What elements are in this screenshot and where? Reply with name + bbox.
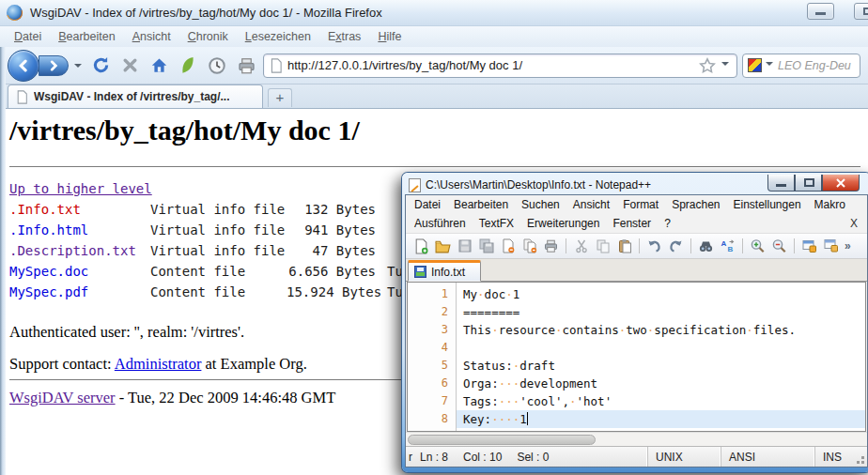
browser-tab[interactable]: WsgiDAV - Index of /virtres/by_tag/... [8, 84, 263, 108]
engine-dropdown[interactable] [766, 62, 773, 69]
file-link[interactable]: MySpec.pdf [9, 282, 150, 302]
maximize-button[interactable] [854, 3, 868, 20]
stop-button[interactable] [117, 54, 142, 78]
back-icon [17, 59, 30, 72]
sync-scroll-horizontal-button[interactable] [821, 237, 841, 256]
menu-format[interactable]: Format [616, 196, 665, 213]
address-bar[interactable]: http://127.0.0.1/virtres/by_tag/hot/My d… [263, 54, 737, 78]
new-tab-button[interactable]: + [268, 88, 292, 107]
document-tab[interactable]: Info.txt [408, 260, 481, 282]
toolbar-separator [690, 238, 691, 253]
menu-bearbeiten[interactable]: Bearbeiten [447, 196, 515, 213]
nav-history-dropdown[interactable] [74, 64, 82, 71]
notepad-window-title: C:\Users\Martin\Desktop\Info.txt - Notep… [426, 178, 651, 192]
text-editor[interactable]: 12345678 My·doc·1========This·resource·c… [407, 282, 866, 432]
menu-fenster[interactable]: Fenster [606, 215, 658, 232]
leaf-addon-button[interactable] [176, 54, 200, 78]
support-prefix: Support contact: [9, 355, 115, 373]
copy-button[interactable] [593, 237, 612, 256]
menu-datei[interactable]: Datei [6, 28, 50, 45]
status-selection: Sel : 0 [517, 451, 549, 464]
menu-sprachen[interactable]: Sprachen [665, 196, 726, 213]
back-button[interactable] [8, 50, 39, 82]
server-date: - Tue, 22 Dec 2009 14:46:48 GMT [116, 389, 336, 406]
replace-button[interactable]: AB [718, 237, 737, 256]
firefox-logo-icon [7, 5, 23, 21]
menu-bearbeiten[interactable]: Bearbeiten [50, 28, 123, 45]
maximize-button[interactable] [795, 175, 822, 192]
menu-textfx[interactable]: TextFX [473, 215, 520, 232]
administrator-link[interactable]: Administrator [115, 355, 202, 373]
paste-button[interactable] [614, 237, 634, 256]
menu-ausfuehren[interactable]: Ausführen [408, 215, 473, 232]
toolbar-overflow-button[interactable]: » [845, 239, 851, 253]
forward-button[interactable] [39, 55, 69, 76]
minimize-button[interactable] [807, 3, 834, 20]
url-dropdown[interactable] [721, 62, 729, 69]
menu-makro[interactable]: Makro [808, 196, 852, 213]
menu-chronik[interactable]: Chronik [179, 28, 237, 45]
resize-grip[interactable] [854, 447, 867, 467]
find-button[interactable] [696, 237, 716, 256]
file-link[interactable]: .Info.html [9, 220, 150, 240]
reload-button[interactable] [88, 54, 113, 78]
file-size: 15.924 Bytes [287, 282, 376, 302]
history-clock-button[interactable] [205, 54, 229, 78]
file-row: .Description.txt Virtual info file 47 By… [9, 240, 403, 261]
new-file-button[interactable] [411, 237, 431, 256]
firefox-navbar: http://127.0.0.1/virtres/by_tag/hot/My d… [0, 47, 868, 84]
up-to-higher-level-link[interactable]: Up to higher level [9, 178, 152, 199]
save-all-button[interactable] [476, 237, 496, 256]
file-type: Virtual info file [150, 199, 287, 220]
scrollbar-thumb[interactable] [408, 435, 596, 445]
menu-extras[interactable]: Extras [319, 28, 369, 45]
tab-label: Info.txt [431, 266, 465, 279]
file-link[interactable]: MySpec.doc [9, 261, 150, 282]
menu-help[interactable]: ? [658, 215, 677, 232]
save-button[interactable] [455, 237, 474, 256]
open-file-button[interactable] [433, 237, 453, 256]
url-text[interactable]: http://127.0.0.1/virtres/by_tag/hot/My d… [287, 58, 694, 72]
menu-erweiterungen[interactable]: Erweiterungen [520, 215, 606, 232]
close-document-button[interactable]: X [841, 217, 867, 230]
zoom-out-button[interactable] [769, 237, 789, 256]
menu-hilfe[interactable]: Hilfe [369, 28, 410, 45]
leo-engine-icon[interactable] [748, 58, 762, 72]
menu-ansicht[interactable]: Ansicht [124, 28, 179, 45]
file-size: 6.656 Bytes [287, 261, 376, 282]
menu-lesezeichen[interactable]: Lesezeichen [237, 28, 319, 45]
file-size: 47 Bytes [287, 240, 376, 261]
sync-scroll-vertical-button[interactable] [799, 237, 819, 256]
print-button[interactable] [541, 237, 561, 256]
file-link[interactable]: .Info.txt [9, 199, 150, 220]
menu-datei[interactable]: Datei [408, 196, 447, 213]
close-all-button[interactable] [519, 237, 539, 256]
editor-gutter: 12345678 [408, 283, 457, 431]
zoom-in-button[interactable] [748, 237, 767, 256]
wsgidav-server-link[interactable]: WsgiDAV server [9, 389, 116, 406]
leaf-addon-icon [179, 56, 196, 75]
menu-ansicht[interactable]: Ansicht [566, 196, 616, 213]
undo-button[interactable] [644, 237, 664, 256]
stop-icon [122, 57, 138, 73]
save-icon [457, 238, 473, 253]
bookmark-star-icon[interactable] [699, 57, 716, 74]
find-icon [698, 238, 714, 253]
menu-suchen[interactable]: Suchen [515, 196, 566, 213]
search-engine-label[interactable]: LEO Eng-Deu [778, 59, 851, 72]
redo-button[interactable] [666, 237, 686, 256]
sync-scroll-h-icon [823, 238, 839, 253]
file-link[interactable]: .Description.txt [9, 240, 150, 261]
close-document-button[interactable] [498, 237, 518, 256]
horizontal-scrollbar[interactable] [406, 432, 867, 446]
menu-einstellungen[interactable]: Einstellungen [727, 196, 808, 213]
toolbar-separator [566, 238, 566, 253]
cut-button[interactable] [571, 237, 591, 256]
search-bar[interactable]: LEO Eng-Deu [742, 54, 860, 78]
home-button[interactable] [147, 54, 171, 78]
editor-lines[interactable]: My·doc·1========This·resource·contains·t… [457, 283, 865, 431]
minimize-button[interactable] [767, 175, 795, 192]
history-clock-icon [208, 56, 226, 75]
close-button[interactable] [822, 175, 860, 192]
print-button[interactable] [234, 54, 258, 78]
